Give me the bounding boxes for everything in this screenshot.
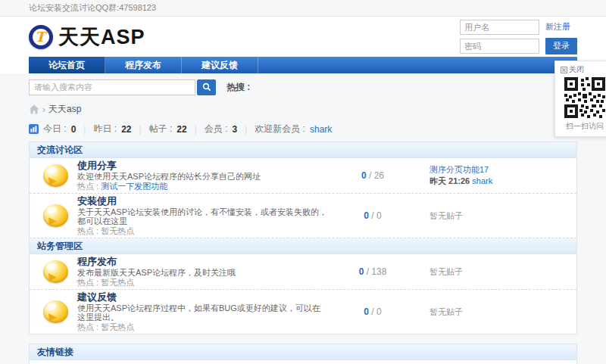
hot-none-text: 暂无热点 bbox=[101, 226, 134, 235]
lastpost-time: 昨天 21:26 bbox=[430, 176, 470, 185]
search-icon bbox=[202, 82, 211, 92]
today-count: 0 bbox=[359, 266, 364, 277]
forum-desc: 发布最新版天天ASP论坛程序，及时关注哦 bbox=[77, 268, 328, 277]
hot-label: 热点 : bbox=[77, 322, 98, 331]
last-post: 测序分页功能17 昨天 21:26 shark bbox=[417, 165, 569, 186]
today-count: 0 bbox=[361, 170, 367, 181]
forum-list: 交流讨论区 使用分享 欢迎使用天天ASP论坛程序的站长分享自己的网址 热点 : … bbox=[29, 142, 577, 334]
stats-bar: 今日 : 0 | 昨日 : 22 | 帖子 : 22 | 会员 : 3 | 欢迎… bbox=[29, 123, 577, 135]
breadcrumb-current[interactable]: 天天asp bbox=[48, 103, 81, 116]
links-section-header: 友情链接 bbox=[30, 344, 576, 360]
forum-icon[interactable] bbox=[43, 204, 68, 227]
nav-item-releases[interactable]: 程序发布 bbox=[105, 57, 182, 73]
forum-counts: 0 / 0 bbox=[328, 210, 417, 221]
stat-members-label: 会员 : bbox=[205, 123, 228, 135]
register-link[interactable]: 新注册 bbox=[545, 21, 577, 33]
stat-yesterday-label: 昨日 : bbox=[93, 123, 117, 135]
today-count: 0 bbox=[364, 210, 369, 221]
search-input[interactable] bbox=[29, 79, 195, 95]
hot-none-text: 暂无热点 bbox=[101, 278, 134, 287]
chart-icon bbox=[29, 124, 39, 134]
qq-group-text: 论坛安装交流讨论QQ群:47598123 bbox=[29, 3, 156, 12]
hot-search-label: 热搜 : bbox=[226, 81, 250, 94]
forum-row: 安装使用 关于天天ASP论坛安装使用的讨论，有不懂安装，或者安装失败的，都可以在… bbox=[30, 194, 576, 238]
today-count: 0 bbox=[364, 306, 369, 317]
page-body: 热搜 : › 天天asp 今日 : 0 | 昨日 : 22 | 帖子 : 22 bbox=[0, 73, 606, 364]
site-header: T 天天ASP 新注册 登录 bbox=[29, 17, 577, 57]
forum-title-link[interactable]: 程序发布 bbox=[77, 257, 328, 267]
nav-item-feedback[interactable]: 建议反馈 bbox=[182, 57, 258, 73]
hot-none-text: 暂无热点 bbox=[101, 322, 134, 331]
new-member-link[interactable]: shark bbox=[310, 124, 332, 135]
total-count: 0 bbox=[376, 210, 382, 221]
total-count: 26 bbox=[374, 170, 384, 181]
section-header-discussion[interactable]: 交流讨论区 bbox=[30, 142, 576, 158]
forum-row: 程序发布 发布最新版天天ASP论坛程序，及时关注哦 热点 : 暂无热点 0 / … bbox=[30, 254, 576, 290]
no-post-text: 暂无贴子 bbox=[430, 306, 569, 318]
forum-desc: 使用天天ASP论坛程序过程中，如果有BUG或更好的建议，可以在这里提出。 bbox=[77, 303, 328, 322]
search-bar: 热搜 : bbox=[29, 77, 577, 97]
last-post: 暂无贴子 bbox=[417, 210, 569, 222]
forum-title-link[interactable]: 使用分享 bbox=[77, 160, 328, 171]
forum-counts: 0 / 138 bbox=[328, 266, 417, 277]
qr-caption: 扫一扫访问 bbox=[559, 121, 606, 132]
forum-row: 使用分享 欢迎使用天天ASP论坛程序的站长分享自己的网址 热点 : 测试一下发图… bbox=[30, 158, 576, 194]
lastpost-user-link[interactable]: shark bbox=[472, 176, 492, 185]
logo-text: 天天ASP bbox=[58, 23, 145, 51]
stat-today-label: 今日 : bbox=[43, 123, 67, 135]
stat-posts-label: 帖子 : bbox=[149, 123, 173, 135]
forum-icon[interactable] bbox=[43, 260, 68, 283]
forum-title-link[interactable]: 建议反馈 bbox=[77, 292, 328, 303]
hot-label: 热点 : bbox=[77, 226, 98, 235]
announcement-bar: 论坛安装交流讨论QQ群:47598123 bbox=[0, 0, 606, 17]
search-button[interactable] bbox=[197, 79, 216, 95]
stat-members-value: 3 bbox=[232, 124, 237, 135]
forum-row: 建议反馈 使用天天ASP论坛程序过程中，如果有BUG或更好的建议，可以在这里提出… bbox=[30, 290, 576, 334]
close-icon bbox=[561, 67, 567, 73]
password-input[interactable] bbox=[460, 39, 539, 54]
last-post: 暂无贴子 bbox=[417, 306, 569, 318]
forum-icon[interactable] bbox=[43, 164, 68, 187]
logo-icon: T bbox=[29, 25, 53, 49]
forum-icon[interactable] bbox=[43, 300, 68, 323]
stat-yesterday-value: 22 bbox=[121, 124, 131, 135]
login-button[interactable]: 登录 bbox=[545, 38, 577, 54]
stat-today-value: 0 bbox=[71, 124, 77, 135]
forum-desc: 关于天天ASP论坛安装使用的讨论，有不懂安装，或者安装失败的，都可以在这里 bbox=[77, 207, 328, 226]
forum-counts: 0 / 26 bbox=[328, 170, 417, 181]
stat-posts-value: 22 bbox=[176, 124, 186, 135]
no-post-text: 暂无贴子 bbox=[430, 266, 569, 278]
main-nav: 论坛首页 程序发布 建议反馈 bbox=[29, 57, 577, 73]
home-icon[interactable] bbox=[29, 104, 39, 114]
forum-counts: 0 / 0 bbox=[328, 306, 417, 317]
qr-close-label: 关闭 bbox=[569, 64, 584, 75]
hot-thread-link[interactable]: 测试一下发图功能 bbox=[101, 182, 167, 191]
welcome-label: 欢迎新会员 : bbox=[255, 123, 305, 135]
section-header-admin[interactable]: 站务管理区 bbox=[30, 238, 576, 254]
last-post: 暂无贴子 bbox=[417, 266, 569, 278]
nav-item-forum-home[interactable]: 论坛首页 bbox=[29, 57, 105, 73]
qr-close-button[interactable]: 关闭 bbox=[559, 64, 606, 77]
username-input[interactable] bbox=[460, 20, 539, 35]
lastpost-title-link[interactable]: 测序分页功能17 bbox=[430, 165, 569, 175]
total-count: 0 bbox=[376, 306, 382, 317]
qr-code-image bbox=[564, 77, 605, 118]
site-logo[interactable]: T 天天ASP bbox=[29, 23, 145, 51]
total-count: 138 bbox=[371, 266, 386, 277]
forum-desc: 欢迎使用天天ASP论坛程序的站长分享自己的网址 bbox=[77, 172, 328, 181]
hot-label: 热点 : bbox=[77, 278, 98, 287]
friendly-links-box: 友情链接 天天asp家园 bbox=[29, 344, 577, 364]
breadcrumb-sep: › bbox=[42, 104, 45, 115]
breadcrumb: › 天天asp bbox=[29, 103, 577, 116]
forum-title-link[interactable]: 安装使用 bbox=[77, 196, 328, 207]
qr-panel: 关闭 扫一扫访问 bbox=[554, 61, 606, 137]
hot-label: 热点 : bbox=[77, 182, 98, 191]
login-form: 新注册 登录 bbox=[460, 20, 577, 54]
no-post-text: 暂无贴子 bbox=[430, 210, 569, 222]
